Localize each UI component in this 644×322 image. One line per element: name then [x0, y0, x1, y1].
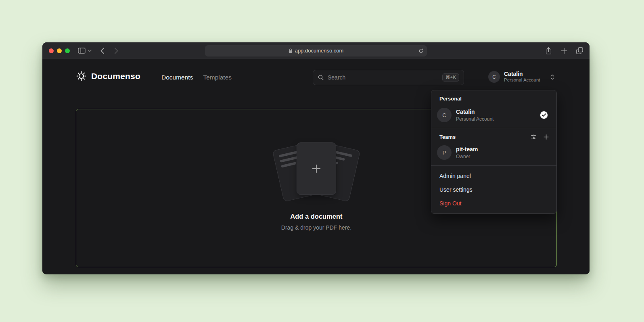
menu-item-admin-panel[interactable]: Admin panel [431, 169, 556, 183]
search-box: ⌘+K [313, 70, 464, 85]
search-icon [318, 74, 324, 81]
team-role: Owner [456, 154, 478, 159]
account-name: Catalin [504, 71, 540, 77]
illustration-card-center [297, 142, 336, 195]
sidebar-toggle-icon[interactable] [78, 48, 86, 54]
account-dropdown-menu: Personal C Catalin Personal Account Team… [431, 90, 557, 214]
dropzone-subtitle: Drag & drop your PDF here. [76, 224, 556, 231]
team-avatar: P [437, 145, 452, 160]
menu-personal-account-item[interactable]: C Catalin Personal Account [431, 105, 556, 125]
lock-icon [289, 48, 293, 53]
personal-avatar: C [437, 108, 452, 122]
traffic-lights [49, 48, 70, 53]
manage-teams-icon[interactable] [530, 134, 537, 140]
refresh-icon[interactable] [418, 48, 424, 53]
tab-overview-icon[interactable] [576, 47, 583, 54]
sidebar-chevron-down-icon[interactable] [88, 50, 92, 52]
account-avatar: C [488, 71, 500, 83]
account-menu-button[interactable]: C Catalin Personal Account [488, 71, 555, 83]
selected-check-icon [540, 111, 548, 119]
browser-titlebar: app.documenso.com [42, 42, 590, 59]
account-subtitle: Personal Account [504, 78, 540, 83]
back-icon[interactable] [100, 48, 105, 54]
menu-team-item[interactable]: P pit-team Owner [431, 143, 556, 162]
minimize-button[interactable] [57, 48, 62, 53]
menu-item-user-settings[interactable]: User settings [431, 183, 556, 197]
share-icon[interactable] [545, 47, 552, 55]
brand-name: Documenso [91, 71, 140, 81]
add-team-icon[interactable] [543, 134, 549, 140]
search-input[interactable] [328, 74, 439, 81]
toolbar-right [545, 47, 583, 55]
documents-illustration [264, 142, 369, 203]
account-meta: Catalin Personal Account [504, 71, 540, 83]
toolbar-left [78, 48, 118, 54]
plus-icon [311, 163, 322, 174]
menu-divider [431, 165, 556, 166]
search-shortcut-badge: ⌘+K [442, 73, 459, 82]
brand-link[interactable]: Documenso [76, 71, 140, 82]
menu-item-sign-out[interactable]: Sign Out [431, 197, 556, 210]
nav-templates[interactable]: Templates [203, 74, 232, 81]
menu-divider [431, 128, 556, 128]
nav-documents[interactable]: Documents [161, 74, 193, 81]
menu-personal-heading: Personal [431, 94, 556, 105]
zoom-button[interactable] [65, 48, 70, 53]
personal-name: Catalin [456, 109, 493, 115]
menu-teams-heading-row: Teams [431, 132, 556, 143]
documenso-logo-icon [76, 71, 87, 82]
new-tab-icon[interactable] [561, 48, 567, 54]
close-button[interactable] [49, 48, 54, 53]
personal-subtitle: Personal Account [456, 117, 493, 121]
chevron-up-down-icon [550, 74, 555, 80]
team-name: pit-team [456, 146, 478, 153]
address-bar[interactable]: app.documenso.com [205, 45, 427, 56]
documenso-app: Documenso Documents Templates ⌘+K C Cata… [42, 59, 590, 274]
browser-window: app.documenso.com [42, 42, 590, 274]
forward-icon[interactable] [114, 48, 118, 54]
main-nav: Documents Templates [161, 74, 232, 81]
address-text: app.documenso.com [295, 48, 344, 54]
menu-teams-heading: Teams [439, 134, 456, 140]
